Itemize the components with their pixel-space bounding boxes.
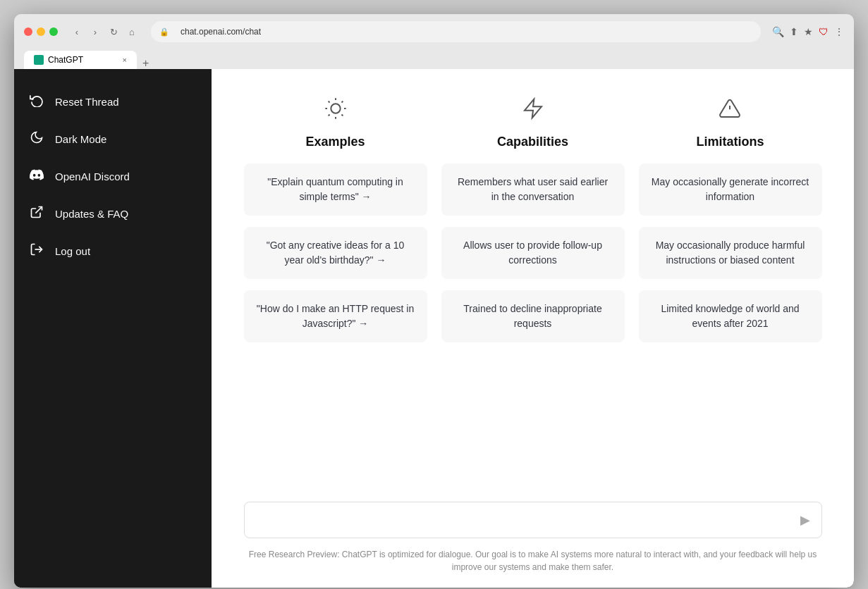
- sidebar-item-reset-thread[interactable]: Reset Thread: [14, 83, 212, 120]
- column-examples: Examples"Explain quantum computing in si…: [244, 97, 427, 485]
- card-capabilities-1: Allows user to provide follow-up correct…: [441, 227, 625, 279]
- updates-faq-icon: [28, 205, 45, 223]
- footer-text: Free Research Preview: ChatGPT is optimi…: [244, 548, 822, 574]
- card-capabilities-2: Trained to decline inappropriate request…: [441, 290, 625, 342]
- chat-input[interactable]: [256, 514, 800, 526]
- card-examples-1[interactable]: "Got any creative ideas for a 10 year ol…: [244, 227, 427, 279]
- forward-button[interactable]: ›: [87, 24, 103, 39]
- sidebar-item-dark-mode[interactable]: Dark Mode: [14, 120, 212, 158]
- card-limitations-1: May occasionally produce harmful instruc…: [639, 227, 822, 279]
- svg-point-2: [331, 104, 340, 113]
- extensions-icon[interactable]: 🛡: [819, 26, 829, 37]
- sidebar: Reset ThreadDark ModeOpenAI DiscordUpdat…: [14, 69, 212, 588]
- tab-title: ChatGPT: [48, 55, 83, 65]
- column-capabilities: CapabilitiesRemembers what user said ear…: [441, 97, 625, 485]
- new-tab-button[interactable]: +: [138, 58, 153, 69]
- card-examples-2[interactable]: "How do I make an HTTP request in Javasc…: [244, 290, 427, 342]
- column-limitations: LimitationsMay occasionally generate inc…: [639, 97, 822, 485]
- column-title-examples: Examples: [305, 135, 365, 149]
- sidebar-item-logout[interactable]: Log out: [14, 232, 212, 270]
- lock-icon: 🔒: [159, 27, 169, 37]
- input-area: ▶ Free Research Preview: ChatGPT is opti…: [244, 502, 822, 574]
- sidebar-item-discord[interactable]: OpenAI Discord: [14, 158, 212, 195]
- capabilities-icon: [522, 97, 544, 125]
- more-icon[interactable]: ⋮: [834, 26, 844, 37]
- sidebar-item-label-reset-thread: Reset Thread: [55, 96, 119, 108]
- home-button[interactable]: ⌂: [124, 24, 140, 39]
- traffic-lights: [24, 27, 58, 36]
- back-button[interactable]: ‹: [69, 24, 85, 39]
- reload-button[interactable]: ↻: [106, 24, 121, 39]
- minimize-button[interactable]: [37, 27, 45, 36]
- close-button[interactable]: [24, 27, 32, 36]
- dark-mode-icon: [28, 130, 45, 148]
- sidebar-item-updates-faq[interactable]: Updates & FAQ: [14, 195, 212, 232]
- card-limitations-0: May occasionally generate incorrect info…: [639, 163, 822, 216]
- bookmark-icon[interactable]: ★: [804, 26, 813, 37]
- sidebar-item-label-dark-mode: Dark Mode: [55, 133, 106, 145]
- chat-input-wrapper: ▶: [244, 502, 822, 538]
- card-capabilities-0: Remembers what user said earlier in the …: [441, 163, 625, 216]
- tab-favicon: [34, 55, 44, 65]
- column-title-capabilities: Capabilities: [497, 135, 568, 149]
- svg-line-9: [328, 114, 329, 116]
- svg-line-5: [328, 101, 329, 103]
- logout-icon: [28, 242, 45, 260]
- examples-icon: [324, 97, 347, 125]
- send-button[interactable]: ▶: [800, 512, 810, 528]
- address-bar[interactable]: [173, 24, 752, 39]
- reset-thread-icon: [28, 93, 45, 111]
- main-content: Examples"Explain quantum computing in si…: [212, 69, 854, 588]
- sidebar-item-label-logout: Log out: [55, 245, 90, 257]
- browser-toolbar: 🔍 ⬆ ★ 🛡 ⋮: [772, 26, 844, 37]
- tab-bar: ChatGPT × +: [24, 51, 844, 69]
- sidebar-item-label-updates-faq: Updates & FAQ: [55, 208, 128, 220]
- card-limitations-2: Limited knowledge of world and events af…: [639, 290, 822, 342]
- columns-area: Examples"Explain quantum computing in si…: [244, 97, 822, 485]
- column-header-limitations: Limitations: [696, 97, 764, 149]
- share-icon[interactable]: ⬆: [790, 26, 798, 37]
- column-header-examples: Examples: [305, 97, 365, 149]
- active-tab[interactable]: ChatGPT ×: [24, 51, 137, 69]
- maximize-button[interactable]: [49, 27, 58, 36]
- svg-marker-11: [525, 99, 542, 118]
- svg-line-6: [341, 114, 343, 116]
- column-header-capabilities: Capabilities: [497, 97, 568, 149]
- column-title-limitations: Limitations: [696, 135, 764, 149]
- svg-line-10: [341, 101, 343, 103]
- limitations-icon: [719, 97, 741, 125]
- svg-line-0: [35, 207, 42, 213]
- card-examples-0[interactable]: "Explain quantum computing in simple ter…: [244, 163, 427, 216]
- sidebar-item-label-discord: OpenAI Discord: [55, 170, 130, 182]
- discord-icon: [28, 168, 45, 185]
- zoom-icon[interactable]: 🔍: [772, 26, 784, 37]
- tab-close-button[interactable]: ×: [123, 56, 127, 64]
